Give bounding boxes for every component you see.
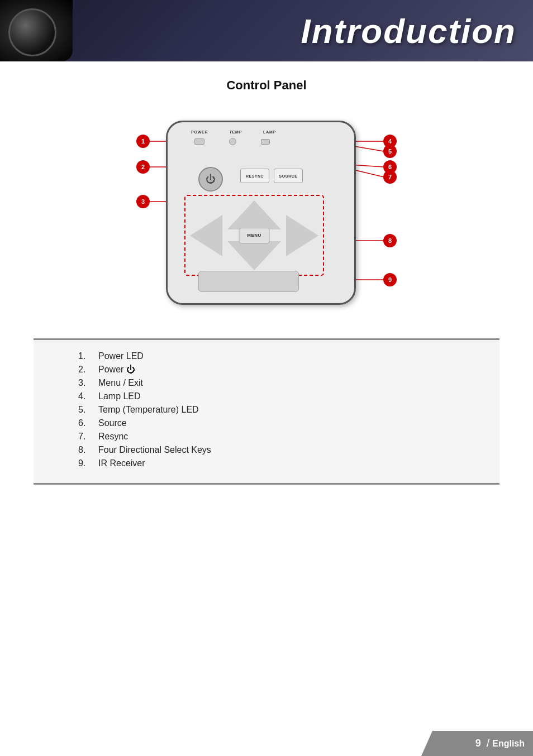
- callout-9: 9: [383, 273, 397, 286]
- item-number: 5.: [78, 405, 94, 415]
- power-label: POWER: [191, 130, 208, 134]
- arrow-right[interactable]: [286, 215, 318, 256]
- footer-slash: /: [487, 737, 490, 750]
- temp-label: TEMP: [229, 130, 242, 134]
- item-label: Source: [98, 418, 127, 428]
- lamp-label: LAMP: [263, 130, 276, 134]
- list-item: 8. Four Directional Select Keys: [78, 445, 483, 455]
- power-led: [194, 138, 204, 145]
- arrow-left[interactable]: [190, 215, 222, 256]
- item-label: Lamp LED: [98, 391, 141, 401]
- callout-3: 3: [136, 195, 150, 208]
- item-number: 1.: [78, 351, 94, 361]
- list-item: 1. Power LED: [78, 351, 483, 361]
- item-number: 3.: [78, 378, 94, 388]
- item-label: Temp (Temperature) LED: [98, 405, 199, 415]
- list-item: 7. Resync: [78, 432, 483, 442]
- callout-5: 5: [383, 145, 397, 158]
- list-item: 4. Lamp LED: [78, 391, 483, 401]
- item-label: Four Directional Select Keys: [98, 445, 211, 455]
- item-number: 4.: [78, 391, 94, 401]
- item-label: Menu / Exit: [98, 378, 143, 388]
- source-button[interactable]: SOURCE: [274, 169, 303, 183]
- item-label: Resync: [98, 432, 128, 442]
- menu-button[interactable]: MENU: [239, 228, 270, 243]
- info-table: 1. Power LED 2. Power ⏻ 3. Menu / Exit 4…: [34, 338, 499, 485]
- temp-led: [229, 138, 236, 145]
- diagram-container: 1 2 3 4 5 6 7: [34, 109, 499, 322]
- callout-1: 1: [136, 135, 150, 148]
- list-item: 9. IR Receiver: [78, 458, 483, 468]
- item-label: Power LED: [98, 351, 144, 361]
- main-content: Control Panel: [0, 61, 533, 507]
- power-button[interactable]: ⏻: [198, 167, 223, 192]
- section-title: Control Panel: [34, 78, 499, 93]
- panel-wrapper: 1 2 3 4 5 6 7: [121, 109, 412, 322]
- list-item: 2. Power ⏻: [78, 365, 483, 375]
- item-number: 9.: [78, 458, 94, 468]
- arrow-down[interactable]: [227, 241, 281, 270]
- item-number: 2.: [78, 365, 94, 375]
- list-item: 6. Source: [78, 418, 483, 428]
- item-number: 7.: [78, 432, 94, 442]
- callout-8: 8: [383, 234, 397, 247]
- header-title: Introduction: [301, 11, 533, 51]
- callout-2: 2: [136, 160, 150, 174]
- resync-button[interactable]: RESYNC: [240, 169, 269, 183]
- item-label: Power ⏻: [98, 365, 135, 375]
- header: Introduction: [0, 0, 533, 61]
- dpad-area: MENU: [184, 195, 324, 276]
- arrow-up[interactable]: [227, 200, 281, 229]
- item-number: 6.: [78, 418, 94, 428]
- list-item: 5. Temp (Temperature) LED: [78, 405, 483, 415]
- components-list: 1. Power LED 2. Power ⏻ 3. Menu / Exit 4…: [78, 351, 483, 472]
- lamp-led: [261, 139, 270, 145]
- callout-7: 7: [383, 170, 397, 184]
- item-number: 8.: [78, 445, 94, 455]
- list-item: 3. Menu / Exit: [78, 378, 483, 388]
- ir-receiver: [198, 271, 299, 292]
- page-number: 9: [475, 738, 481, 749]
- footer-language: English: [492, 739, 525, 749]
- footer: 9 / English: [421, 731, 533, 756]
- header-lens-decoration: [0, 0, 73, 61]
- control-panel-box: POWER TEMP LAMP ⏻ RESYNC SOURCE: [166, 121, 356, 305]
- item-label: IR Receiver: [98, 458, 145, 468]
